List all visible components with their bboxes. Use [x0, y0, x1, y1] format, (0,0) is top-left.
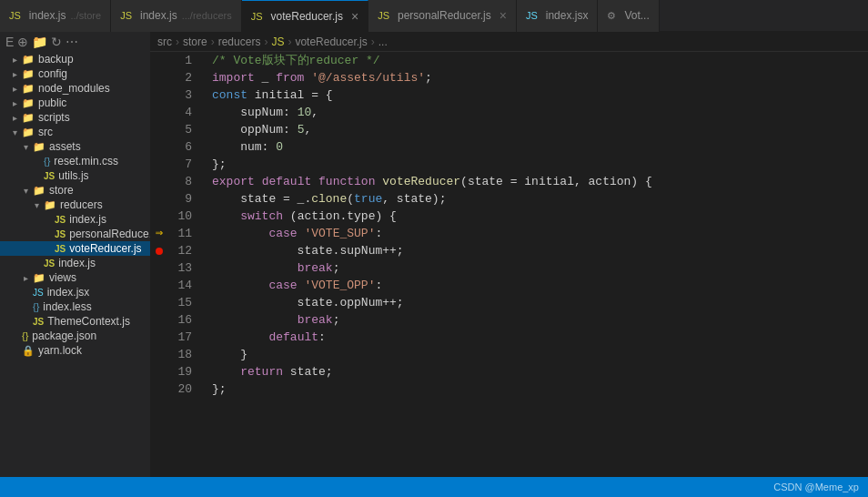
tab-label: personalReducer.js: [398, 9, 491, 22]
token-keyword: from: [276, 69, 304, 86]
token-plain: ,: [304, 121, 311, 138]
tab-close-icon[interactable]: ×: [351, 9, 358, 24]
token-plain: (action.type) {: [283, 208, 397, 225]
file-type-icon: JS: [55, 215, 66, 225]
breadcrumb-store: store: [183, 36, 207, 48]
file-type-icon: 📁: [22, 83, 35, 95]
tree-arrow: [7, 84, 22, 94]
code-line: import _ from '@/assets/utils';: [212, 69, 868, 86]
sidebar-item-src[interactable]: 📁src: [0, 125, 150, 139]
sidebar-item-personalReducer[interactable]: JSpersonalReduce...: [0, 227, 150, 241]
file-type-icon: {}: [33, 301, 39, 312]
token-plain: ,: [311, 104, 318, 121]
sidebar-item-node_modules[interactable]: 📁node_modules: [0, 81, 150, 96]
sidebar-item-public[interactable]: 📁public: [0, 96, 150, 110]
sidebar-item-backup[interactable]: 📁backup: [0, 52, 150, 66]
gutter-line: [150, 242, 168, 259]
breadcrumb-file: voteReducer.js: [295, 36, 367, 48]
file-type-icon: JS: [33, 288, 44, 298]
sidebar-item-index-js-reducers[interactable]: JSindex.js: [0, 212, 150, 227]
sidebar-item-assets[interactable]: 📁assets: [0, 139, 150, 154]
sidebar-item-index-js-store[interactable]: JSindex.js: [0, 256, 150, 270]
tab-index-jsx[interactable]: JS index.jsx: [517, 0, 599, 32]
tab-path: .../reducers: [182, 10, 232, 21]
js-icon: JS: [9, 10, 21, 21]
gutter-line: ⇒: [150, 225, 168, 242]
sidebar-item-label: store: [49, 184, 74, 197]
token-plain: }: [212, 346, 247, 363]
token-plain: state = _.: [212, 190, 311, 208]
tab-index-js-store[interactable]: JS index.js ../store: [0, 0, 111, 32]
line-number: 12: [168, 242, 197, 259]
new-file-icon[interactable]: ⊕: [17, 35, 28, 49]
sidebar-item-label: public: [38, 96, 66, 109]
tab-vot-settings[interactable]: ⚙ Vot...: [598, 0, 659, 32]
code-line: }: [212, 346, 868, 363]
code-area[interactable]: /* Vote版块下的reducer */import _ from '@/as…: [205, 52, 868, 477]
token-plain: [255, 173, 262, 190]
sidebar-item-utils[interactable]: JSutils.js: [0, 168, 150, 183]
refresh-icon[interactable]: ↻: [51, 35, 62, 49]
token-plain: num:: [212, 138, 276, 156]
code-line: case 'VOTE_SUP':: [212, 225, 868, 242]
sidebar-toolbar: E ⊕ 📁 ↻ ⋯: [0, 32, 150, 52]
code-editor[interactable]: ⇒ 1234567891011121314151617181920 /* Vot…: [150, 52, 868, 477]
token-plain: };: [212, 156, 227, 173]
tab-voteReducer[interactable]: JS voteReducer.js ×: [242, 0, 368, 32]
sidebar-item-views[interactable]: 📁views: [0, 270, 150, 285]
sidebar-item-label: index.js: [69, 213, 106, 226]
line-number: 10: [168, 208, 197, 225]
explorer-icon[interactable]: E: [5, 35, 14, 49]
sidebar-item-reset[interactable]: {}reset.min.css: [0, 154, 150, 168]
token-plain: :: [375, 277, 382, 294]
sidebar-item-scripts[interactable]: 📁scripts: [0, 110, 150, 125]
sidebar-item-reducers[interactable]: 📁reducers: [0, 198, 150, 212]
token-plain: (: [347, 190, 354, 208]
sidebar-item-config[interactable]: 📁config: [0, 66, 150, 81]
new-folder-icon[interactable]: 📁: [32, 35, 47, 49]
line-number: 15: [168, 294, 197, 311]
sidebar-item-index-less[interactable]: {}index.less: [0, 299, 150, 314]
token-comment: /* Vote版块下的reducer */: [212, 52, 380, 69]
token-keyword: default: [268, 329, 318, 346]
tree-arrow: [7, 127, 22, 137]
gutter-line: [150, 294, 168, 311]
sidebar-item-label: node_modules: [38, 82, 110, 95]
token-number: 0: [276, 138, 283, 156]
sidebar-item-ThemeContext[interactable]: JSThemeContext.js: [0, 314, 150, 329]
sidebar-item-voteReducer[interactable]: JSvoteReducer.js: [0, 241, 150, 256]
breadcrumb-src: src: [157, 36, 172, 48]
line-numbers: 1234567891011121314151617181920: [168, 52, 205, 477]
file-type-icon: 📁: [33, 272, 45, 284]
tab-personalReducer[interactable]: JS personalReducer.js ×: [368, 0, 517, 32]
line-number: 7: [168, 156, 197, 173]
token-number: 10: [298, 104, 312, 121]
code-line: switch (action.type) {: [212, 208, 868, 225]
sidebar-item-label: reset.min.css: [54, 155, 118, 167]
sidebar-item-label: assets: [49, 140, 81, 153]
debug-arrow-icon: ⇒: [156, 225, 163, 242]
more-icon[interactable]: ⋯: [66, 35, 78, 49]
line-number: 13: [168, 259, 197, 277]
sidebar-item-store[interactable]: 📁store: [0, 183, 150, 198]
file-type-icon: JS: [44, 259, 55, 269]
token-number: 5: [298, 121, 305, 138]
sidebar-item-package-json[interactable]: {}package.json: [0, 329, 150, 343]
code-line: default:: [212, 329, 868, 346]
sidebar-item-index-jsx[interactable]: JSindex.jsx: [0, 285, 150, 299]
token-plain: [212, 259, 298, 277]
tab-index-js-reducers[interactable]: JS index.js .../reducers: [111, 0, 242, 32]
sidebar-item-label: package.json: [32, 330, 96, 342]
tree-arrow: [7, 98, 22, 108]
token-plain: [304, 69, 311, 86]
sidebar-item-label: reducers: [60, 198, 103, 211]
token-plain: ;: [333, 311, 340, 329]
tab-close-icon[interactable]: ×: [500, 8, 507, 23]
tab-bar: JS index.js ../store JS index.js .../red…: [0, 0, 868, 32]
tree-arrow: [29, 200, 44, 210]
tree-arrow: [18, 273, 33, 283]
file-type-icon: 📁: [44, 199, 56, 211]
sidebar-item-yarn-lock[interactable]: 🔒yarn.lock: [0, 343, 150, 358]
token-keyword: export: [212, 173, 255, 190]
sidebar-item-label: views: [49, 271, 76, 284]
